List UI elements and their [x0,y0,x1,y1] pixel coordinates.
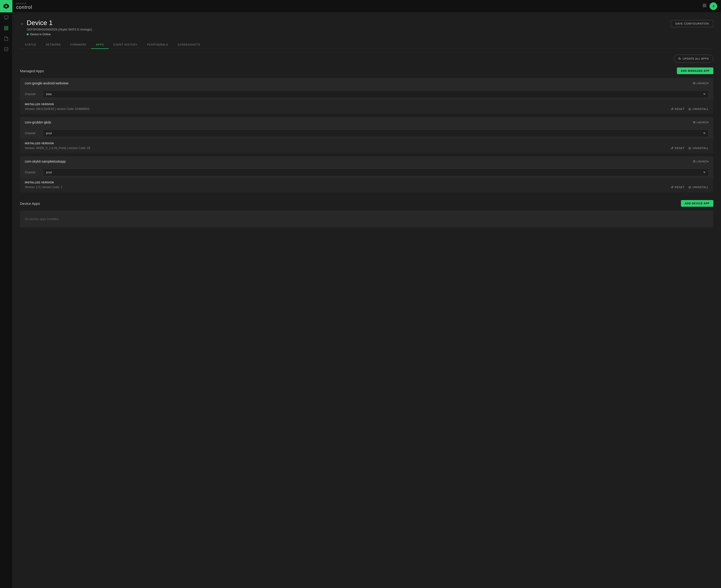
sidebar-item-display[interactable] [0,13,13,23]
app-card-kioskapp: com-skykit-samplekioskapp LAUNCH Channel… [20,156,713,192]
app-card-webview: com-google-android-webview LAUNCH Channe… [20,78,713,114]
reset-button-grubbrr[interactable]: RESET [671,146,685,150]
device-apps-header: Device Apps ADD DEVICE APP [20,200,713,207]
app-version-row-kioskapp: Installed Version Version: 1.0 | version… [20,178,713,192]
update-all-apps-button[interactable]: UPDATE ALL APPS [674,55,713,63]
launch-button-kioskapp[interactable]: LAUNCH [693,160,708,163]
version-actions-grubbrr: Version: GKDS_V_1.0.29_Portal | version … [25,146,708,150]
channel-select-kioskapp[interactable]: prod beta stable [43,169,708,176]
main-wrapper: SKYKIT control J ← Device 1 SKP3F09HSXN0… [13,0,721,588]
brand-control: control [16,5,32,9]
title-block: Device 1 SKP3F09HSXN00529 (Skykit SKP3 G… [27,19,92,36]
uninstall-icon-webview [688,107,692,111]
tab-peripherals[interactable]: PERIPHERALS [142,41,173,49]
update-all-label: UPDATE ALL APPS [683,57,709,60]
reset-label-kioskapp: RESET [675,186,685,189]
tab-firmware[interactable]: FIRMWARE [66,41,91,49]
version-actions-kioskapp: Version: 1.0 | version Code: 1 RESET UNI… [25,185,708,189]
launch-label-grubbrr: LAUNCH [697,121,708,124]
svg-rect-10 [6,28,8,30]
add-device-app-button[interactable]: ADD DEVICE APP [681,200,713,207]
channel-label-grubbrr: Channel [25,132,39,135]
tab-event-history[interactable]: EVENT HISTORY [109,41,142,49]
no-device-apps-text: No device apps installed [25,217,58,221]
action-btns-webview: RESET UNINSTALL [671,107,708,111]
reset-label-grubbrr: RESET [675,147,685,149]
grid-icon[interactable] [702,3,707,9]
uninstall-label-kioskapp: UNINSTALL [693,186,708,189]
uninstall-button-grubbrr[interactable]: UNINSTALL [688,146,708,150]
uninstall-icon-kioskapp [688,185,692,189]
svg-rect-4 [4,16,8,19]
launch-icon-grubbrr [693,121,696,124]
uninstall-icon-grubbrr [688,146,692,150]
status-dot [27,34,28,35]
uninstall-button-webview[interactable]: UNINSTALL [688,107,708,111]
header-left: ← Device 1 SKP3F09HSXN00529 (Skykit SKP3… [20,19,92,36]
version-text-grubbrr: Version: GKDS_V_1.0.29_Portal | version … [25,146,90,150]
channel-select-grubbrr[interactable]: prod beta stable [43,129,708,137]
managed-apps-title: Managed Apps [20,69,44,73]
svg-rect-9 [4,28,6,30]
installed-version-label-kioskapp: Installed Version [25,181,708,184]
tab-network[interactable]: NETWORK [41,41,66,49]
tabs-nav: STATUS NETWORK FIRMWARE APPS EVENT HISTO… [20,41,713,49]
app-name-grubbrr: com-grubbrr-gkds [25,121,51,124]
page-title: Device 1 [27,19,92,27]
no-device-apps-card: No device apps installed [20,211,713,228]
managed-apps-section: Managed Apps ADD MANAGED APP com-google-… [20,67,713,192]
launch-icon [693,81,696,85]
sidebar-item-reports[interactable] [0,44,13,55]
user-avatar[interactable]: J [709,2,717,10]
tab-apps[interactable]: APPS [91,41,108,49]
uninstall-button-kioskapp[interactable]: UNINSTALL [688,185,708,189]
channel-select-webview[interactable]: beta prod stable [43,90,708,98]
app-channel-row-webview: Channel beta prod stable [20,88,713,100]
svg-rect-21 [703,6,704,7]
reset-icon-kioskapp [671,185,674,189]
app-card-webview-header: com-google-android-webview LAUNCH [20,78,713,88]
svg-rect-16 [704,4,705,4]
app-version-row-webview: Installed Version Version: 106.0.5249.65… [20,100,713,114]
svg-rect-23 [705,6,706,7]
app-card-grubbrr-header: com-grubbrr-gkds LAUNCH [20,117,713,128]
app-name-kioskapp: com-skykit-samplekioskapp [25,160,66,163]
back-button[interactable]: ← [20,20,27,27]
launch-button-webview[interactable]: LAUNCH [693,81,708,85]
sidebar-logo[interactable] [0,0,13,13]
sidebar-item-devices[interactable] [0,23,13,34]
launch-button-grubbrr[interactable]: LAUNCH [693,121,708,124]
reset-button-kioskapp[interactable]: RESET [671,185,685,189]
app-card-kioskapp-header: com-skykit-samplekioskapp LAUNCH [20,156,713,167]
topbar: SKYKIT control J [13,0,721,13]
status-text: Device is Online [30,33,51,36]
action-btns-grubbrr: RESET UNINSTALL [671,146,708,150]
add-managed-app-button[interactable]: ADD MANAGED APP [677,67,713,74]
status-indicator: Device is Online [27,33,92,36]
tab-status[interactable]: STATUS [20,41,41,49]
managed-apps-header: Managed Apps ADD MANAGED APP [20,67,713,74]
svg-rect-18 [703,5,704,6]
reset-button-webview[interactable]: RESET [671,107,685,111]
installed-version-label-webview: Installed Version [25,103,708,106]
sidebar-item-content[interactable] [0,34,13,44]
svg-rect-22 [704,6,705,7]
apps-toolbar: UPDATE ALL APPS [20,55,713,63]
svg-rect-15 [703,4,704,4]
reset-label-webview: RESET [675,107,685,110]
installed-version-label-grubbrr: Installed Version [25,142,708,145]
app-channel-row-kioskapp: Channel prod beta stable [20,167,713,178]
device-apps-title: Device Apps [20,202,40,206]
uninstall-label-grubbrr: UNINSTALL [693,147,708,149]
svg-rect-7 [4,26,6,28]
tab-screenshots[interactable]: SCREENSHOTS [173,41,205,49]
app-version-row-grubbrr: Installed Version Version: GKDS_V_1.0.29… [20,139,713,153]
channel-label-kioskapp: Channel [25,171,39,174]
save-configuration-button[interactable]: SAVE CONFIGURATION [671,20,713,27]
action-btns-kioskapp: RESET UNINSTALL [671,185,708,189]
device-id: SKP3F09HSXN00529 (Skykit SKP3 G Amlogic) [27,28,92,31]
version-text-kioskapp: Version: 1.0 | version Code: 1 [25,186,62,189]
reset-icon-grubbrr [671,146,674,150]
launch-icon-kioskapp [693,160,696,163]
app-card-grubbrr: com-grubbrr-gkds LAUNCH Channel prod bet… [20,117,713,153]
